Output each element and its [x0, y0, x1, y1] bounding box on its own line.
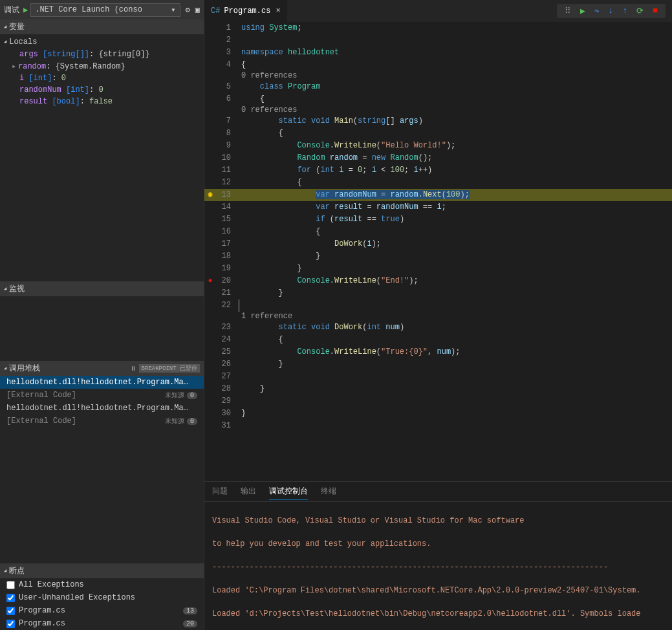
csharp-icon: C#: [211, 6, 220, 16]
var-args[interactable]: args [string[]]: {string[0]}: [0, 49, 204, 60]
var-i[interactable]: i [int]: 0: [0, 72, 204, 84]
bottom-panel: 问题 输出 调试控制台 终端 Visual Studio Code, Visua…: [204, 481, 672, 630]
editor-tab[interactable]: C# Program.cs ×: [204, 0, 287, 22]
tab-output[interactable]: 输出: [241, 486, 256, 500]
callstack-panel: hellodotnet.dll!hellodotnet.Program.Ma… …: [0, 376, 204, 428]
current-breakpoint-icon[interactable]: ◉: [204, 189, 216, 201]
breakpoint-status: ⏸ BREAKPOINT 已暂停: [130, 364, 200, 373]
variables-panel: Locals args [string[]]: {string[0]} ▸ran…: [0, 34, 204, 109]
checkbox[interactable]: [6, 581, 15, 589]
stack-frame[interactable]: [External Code]未知源0: [0, 389, 204, 402]
variables-panel-header[interactable]: 变量: [0, 19, 204, 34]
stop-icon[interactable]: ■: [653, 6, 658, 16]
stack-frame[interactable]: [External Code]未知源0: [0, 415, 204, 428]
debug-console-icon[interactable]: ▣: [195, 5, 200, 15]
var-random[interactable]: ▸random: {System.Random}: [0, 60, 204, 72]
watch-panel[interactable]: [0, 296, 204, 361]
tab-debug-console[interactable]: 调试控制台: [269, 486, 308, 500]
breakpoints-panel-header[interactable]: 断点: [0, 563, 204, 578]
step-out-icon[interactable]: ↑: [622, 6, 627, 16]
breakpoints-panel: All Exceptions User-Unhandled Exceptions…: [0, 578, 204, 630]
step-over-icon[interactable]: ↷: [594, 6, 600, 16]
code-editor[interactable]: 1using System; 2 3namespace hellodotnet …: [204, 22, 672, 481]
expand-icon[interactable]: ▸: [12, 61, 18, 71]
tab-terminal[interactable]: 终端: [321, 486, 336, 500]
checkbox[interactable]: [6, 594, 15, 602]
breakpoint-icon[interactable]: ●: [204, 275, 216, 287]
bp-file[interactable]: Program.cs20: [0, 617, 204, 630]
debug-toolbar: 调试 ▶ .NET Core Launch (conso ▾ ⚙ ▣: [0, 0, 204, 19]
main-area: C# Program.cs × ⠿ ▶ ↷ ↓ ↑ ⟳ ■ 1using Sys…: [204, 0, 672, 630]
watch-panel-header[interactable]: 监视: [0, 281, 204, 296]
current-execution-line: ◉13 var randomNum = random.Next(100);: [204, 189, 672, 201]
stack-frame[interactable]: hellodotnet.dll!hellodotnet.Program.Ma…: [0, 402, 204, 415]
restart-icon[interactable]: ⟳: [636, 6, 644, 16]
tab-filename: Program.cs: [224, 6, 270, 16]
bp-user-exceptions[interactable]: User-Unhandled Exceptions: [0, 591, 204, 604]
step-into-icon[interactable]: ↓: [609, 6, 614, 16]
stack-frame[interactable]: hellodotnet.dll!hellodotnet.Program.Ma…: [0, 376, 204, 389]
checkbox[interactable]: [6, 607, 15, 615]
start-debug-icon[interactable]: ▶: [23, 5, 28, 15]
debug-config-name: .NET Core Launch (conso: [35, 5, 142, 14]
callstack-panel-header[interactable]: 调用堆栈 ⏸ BREAKPOINT 已暂停: [0, 361, 204, 376]
bp-file[interactable]: Program.cs13: [0, 604, 204, 617]
debug-console-output[interactable]: Visual Studio Code, Visual Studio or Vis…: [204, 502, 672, 630]
close-icon[interactable]: ×: [276, 6, 280, 16]
checkbox[interactable]: [6, 620, 15, 628]
gear-icon[interactable]: ⚙: [186, 5, 190, 15]
tab-problems[interactable]: 问题: [212, 486, 228, 500]
locals-header[interactable]: Locals: [0, 36, 204, 49]
var-result[interactable]: result [bool]: false: [0, 96, 204, 107]
bp-all-exceptions[interactable]: All Exceptions: [0, 578, 204, 591]
debug-label: 调试: [4, 5, 19, 16]
debug-sidebar: 调试 ▶ .NET Core Launch (conso ▾ ⚙ ▣ 变量 Lo…: [0, 0, 204, 630]
dropdown-arrow-icon: ▾: [171, 5, 175, 15]
drag-handle-icon[interactable]: ⠿: [565, 6, 571, 16]
debug-config-dropdown[interactable]: .NET Core Launch (conso ▾: [30, 3, 180, 17]
continue-icon[interactable]: ▶: [580, 6, 585, 16]
debug-action-bar[interactable]: ⠿ ▶ ↷ ↓ ↑ ⟳ ■: [557, 4, 666, 18]
panel-tabs: 问题 输出 调试控制台 终端: [204, 482, 672, 502]
var-randomnum[interactable]: randomNum [int]: 0: [0, 84, 204, 96]
